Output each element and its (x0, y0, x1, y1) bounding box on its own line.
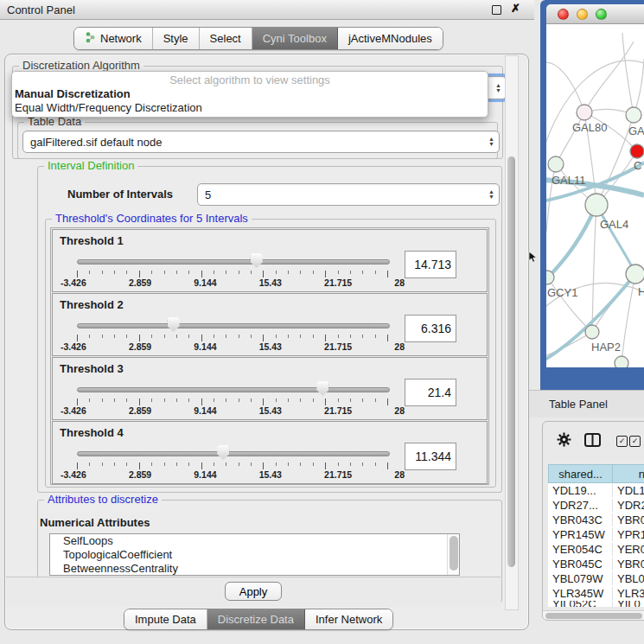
mode-tab-impute-data[interactable]: Impute Data (124, 609, 207, 629)
threshold-slider-1[interactable] (77, 252, 388, 270)
threshold-value-input[interactable] (405, 251, 456, 278)
threshold-slider-2[interactable] (77, 316, 388, 334)
network-node-h[interactable] (626, 265, 644, 284)
popup-placeholder-item[interactable]: Select algorithm to view settings (12, 73, 488, 87)
tick-mark (300, 399, 301, 402)
tick-mark (288, 462, 289, 466)
tick-label: 15.43 (259, 405, 282, 416)
slider-thumb[interactable] (251, 253, 263, 268)
tick-label: 2.859 (129, 341, 151, 352)
attribute-list-item[interactable]: SelfLoops (50, 534, 459, 548)
network-node-gal80[interactable] (577, 105, 592, 120)
tab-cyni-toolbox[interactable]: Cyni Toolbox (252, 28, 338, 49)
network-canvas[interactable]: GAL80GACGAL11GAL4GCY1HHAP2 (546, 24, 644, 367)
node-label: GAL4 (600, 218, 628, 231)
slider-tick-labels: -3.4262.8599.14415.4321.71528 (61, 277, 405, 288)
attribute-list-item[interactable]: BetweennessCentrality (50, 562, 459, 576)
popup-menu-item[interactable]: Manual Discretization (12, 87, 488, 101)
slider-track[interactable] (77, 451, 390, 456)
tick-label: -3.426 (61, 341, 86, 352)
list-scrollbar[interactable] (447, 534, 459, 575)
tick-mark (139, 335, 140, 341)
table-row[interactable]: YIL052CYIL0 (548, 601, 644, 607)
popup-menu-item[interactable]: Equal Width/Frequency Discretization (12, 101, 488, 115)
tick-mark (375, 271, 376, 274)
table-row[interactable]: YBR045CYBR0 (548, 557, 644, 571)
node-table: shared...na YDL19...YDL1YDR27...YDR2YBR0… (548, 464, 644, 607)
tick-mark (226, 462, 226, 466)
tick-mark (251, 335, 252, 338)
list-scrollbar-thumb[interactable] (450, 536, 458, 571)
table-row[interactable]: YBR043CYBR0 (548, 513, 644, 527)
threshold-row-3: Threshold 3-3.4262.8599.14415.4321.71528 (52, 357, 488, 420)
slider-track[interactable] (77, 323, 390, 328)
float-window-icon[interactable] (492, 5, 501, 15)
panel-scrollbar-thumb[interactable] (507, 156, 515, 567)
table-row[interactable]: YER054CYER0 (548, 542, 644, 557)
table-row[interactable]: YLR345WYLR3 (548, 586, 644, 601)
tab-jactivemnodules[interactable]: jActiveMNodules (338, 28, 443, 49)
slider-thumb[interactable] (217, 445, 229, 460)
tick-mark (126, 462, 127, 466)
zoom-traffic-light-icon[interactable] (596, 9, 607, 20)
threshold-value-input[interactable] (405, 443, 456, 470)
network-node-hap2[interactable] (585, 325, 599, 339)
tick-mark (313, 462, 314, 466)
minimize-traffic-light-icon[interactable] (577, 9, 588, 20)
apply-button[interactable]: Apply (225, 582, 282, 601)
table-column-header[interactable]: na (613, 464, 644, 483)
threshold-slider-4[interactable] (77, 444, 388, 462)
number-of-intervals-label: Number of Intervals (67, 188, 173, 201)
table-cell: YLR345W (548, 587, 613, 600)
attribute-list-item[interactable]: TopologicalCoefficient (50, 548, 459, 562)
numerical-attributes-list[interactable]: SelfLoopsTopologicalCoefficientBetweenne… (49, 533, 460, 576)
table-row[interactable]: YDL19...YDL1 (548, 483, 644, 498)
mode-tab-infer-network[interactable]: Infer Network (305, 609, 392, 629)
tick-label: 2.859 (129, 277, 151, 288)
table-row[interactable]: YPR145WYPR1 (548, 527, 644, 542)
gear-icon[interactable] (557, 432, 571, 450)
table-column-header[interactable]: shared... (548, 464, 613, 483)
tick-mark (226, 335, 226, 338)
network-node-gal4[interactable] (585, 194, 608, 216)
number-of-intervals-combobox[interactable]: 5 ▲▼ (197, 183, 500, 206)
checkbox-icon[interactable] (629, 436, 641, 447)
close-traffic-light-icon[interactable] (558, 9, 569, 20)
tick-mark (151, 399, 152, 402)
tab-style[interactable]: Style (153, 28, 200, 49)
slider-track[interactable] (77, 259, 390, 265)
table-row[interactable]: YBL079WYBL0 (548, 571, 644, 586)
tab-select[interactable]: Select (200, 28, 252, 49)
checkbox-icon[interactable] (616, 436, 628, 447)
threshold-label: Threshold 2 (60, 298, 124, 311)
tab-network[interactable]: Network (74, 28, 153, 49)
slider-thumb[interactable] (316, 381, 328, 396)
network-node-c[interactable] (630, 144, 644, 158)
split-column-icon[interactable] (584, 433, 601, 450)
network-node[interactable] (615, 356, 628, 367)
tick-mark (263, 271, 264, 277)
tick-mark (226, 399, 226, 402)
network-node-gal11[interactable] (548, 156, 564, 172)
tick-mark (188, 335, 189, 338)
network-node-ga[interactable] (626, 107, 641, 123)
slider-thumb[interactable] (168, 317, 180, 332)
node-label: GAL80 (572, 121, 607, 134)
slider-ticks (77, 271, 388, 277)
table-scrollbar-thumb[interactable] (545, 613, 642, 619)
tick-mark (288, 399, 289, 402)
tick-label: -3.426 (61, 469, 86, 480)
threshold-slider-3[interactable] (77, 380, 388, 398)
close-window-icon[interactable]: ✗ (511, 2, 520, 15)
tick-mark (300, 271, 301, 274)
panel-scrollbar[interactable] (505, 55, 519, 610)
threshold-value-input[interactable] (405, 315, 456, 342)
tick-mark (214, 462, 214, 466)
slider-track[interactable] (77, 387, 390, 392)
table-row[interactable]: YDR27...YDR2 (548, 498, 644, 513)
table-data-combobox[interactable]: galFiltered.sif default node ▲▼ (22, 131, 500, 153)
table-horizontal-scrollbar[interactable] (543, 610, 644, 621)
mode-tab-discretize-data[interactable]: Discretize Data (207, 609, 305, 629)
threshold-value-input[interactable] (405, 379, 456, 406)
network-icon (85, 31, 96, 46)
